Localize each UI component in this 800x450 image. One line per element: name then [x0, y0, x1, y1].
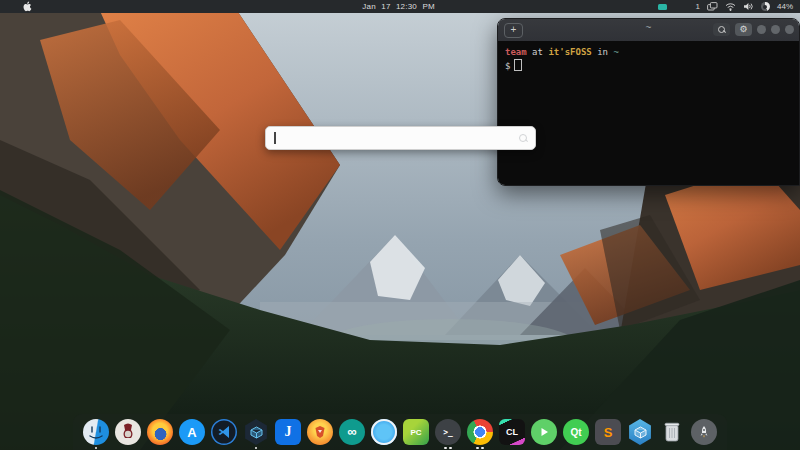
dock-item-qt[interactable]: Qt — [563, 419, 589, 445]
terminal-window: + ~ ⚙ team at it'sFOSS in ~ $ — [497, 18, 800, 186]
menubar-status-area: 1 44% — [658, 0, 793, 13]
wifi-icon[interactable] — [725, 2, 736, 11]
maximize-button[interactable] — [771, 25, 780, 34]
clion-glyph: CL — [506, 427, 518, 437]
prompt-sep: in — [592, 47, 614, 57]
prompt-path: ~ — [613, 47, 618, 57]
search-bar[interactable] — [265, 126, 536, 150]
minimize-button[interactable] — [757, 25, 766, 34]
search-bar-icon — [519, 134, 527, 142]
terminal-titlebar[interactable]: + ~ ⚙ — [498, 19, 799, 41]
running-indicator — [467, 447, 493, 450]
app-store-glyph: A — [187, 425, 196, 440]
battery-percent[interactable]: 44% — [777, 2, 793, 11]
search-icon — [718, 26, 725, 33]
dock-item-launchpad[interactable] — [691, 419, 717, 445]
dock-item-chrome[interactable] — [467, 419, 493, 445]
dock-item-clion[interactable]: CL — [499, 419, 525, 445]
menubar-clock[interactable]: Jan 17 12:30 PM — [362, 0, 434, 13]
apple-logo-icon — [22, 1, 32, 12]
dock-item-vscode[interactable] — [211, 419, 237, 445]
terminal-content[interactable]: team at it'sFOSS in ~ $ — [498, 41, 799, 186]
titlebar-controls: ⚙ — [713, 23, 794, 36]
dock-item-firefox[interactable] — [147, 419, 173, 445]
dock-item-safari[interactable] — [371, 419, 397, 445]
volume-icon[interactable] — [743, 2, 754, 11]
apple-menu[interactable] — [22, 1, 32, 12]
workspace-indicator[interactable]: 1 — [696, 2, 700, 11]
terminal-title[interactable]: ~ — [646, 22, 652, 33]
prompt-symbol: $ — [505, 61, 510, 71]
dock-item-sublime-text[interactable]: S — [595, 419, 621, 445]
dock-item-white-red-app[interactable] — [115, 419, 141, 445]
close-button[interactable] — [785, 25, 794, 34]
prompt-user: team — [505, 47, 527, 57]
text-caret — [274, 132, 276, 144]
dock-item-play-green[interactable] — [531, 419, 557, 445]
dock-item-hexagon-cube-dark[interactable] — [243, 419, 269, 445]
dock-item-terminal-app[interactable]: >_ — [435, 419, 461, 445]
desktop: Jan 17 12:30 PM 1 44% + ~ — [0, 0, 800, 450]
dock-item-finder[interactable] — [83, 419, 109, 445]
dock-item-app-store[interactable]: A — [179, 419, 205, 445]
displays-icon[interactable] — [707, 2, 718, 11]
dock-item-hexagon-cube-blue[interactable] — [627, 419, 653, 445]
qt-glyph: Qt — [570, 427, 581, 438]
pycharm-glyph: PC — [410, 428, 421, 437]
new-tab-button[interactable]: + — [504, 23, 523, 38]
running-indicator — [243, 447, 269, 450]
search-button[interactable] — [713, 23, 730, 36]
dock-item-brave[interactable] — [307, 419, 333, 445]
battery-icon[interactable] — [761, 2, 770, 11]
arduino-glyph: ∞ — [347, 427, 356, 437]
tray-indicator-icon[interactable] — [658, 4, 667, 10]
terminal-app-glyph: >_ — [443, 428, 453, 437]
running-indicator — [435, 447, 461, 450]
joplin-glyph: J — [285, 424, 292, 440]
settings-button[interactable]: ⚙ — [735, 23, 752, 36]
prompt-host: it'sFOSS — [548, 47, 591, 57]
sublime-text-glyph: S — [604, 425, 613, 440]
dock-item-trash[interactable] — [659, 419, 685, 445]
running-indicator — [83, 447, 109, 450]
menubar: Jan 17 12:30 PM 1 44% — [0, 0, 800, 13]
dock-item-joplin[interactable]: J — [275, 419, 301, 445]
dock: AJ∞PC>_CLQtS — [73, 414, 727, 450]
dock-item-pycharm[interactable]: PC — [403, 419, 429, 445]
prompt-sep: at — [527, 47, 549, 57]
terminal-cursor — [514, 59, 522, 71]
dock-item-arduino[interactable]: ∞ — [339, 419, 365, 445]
